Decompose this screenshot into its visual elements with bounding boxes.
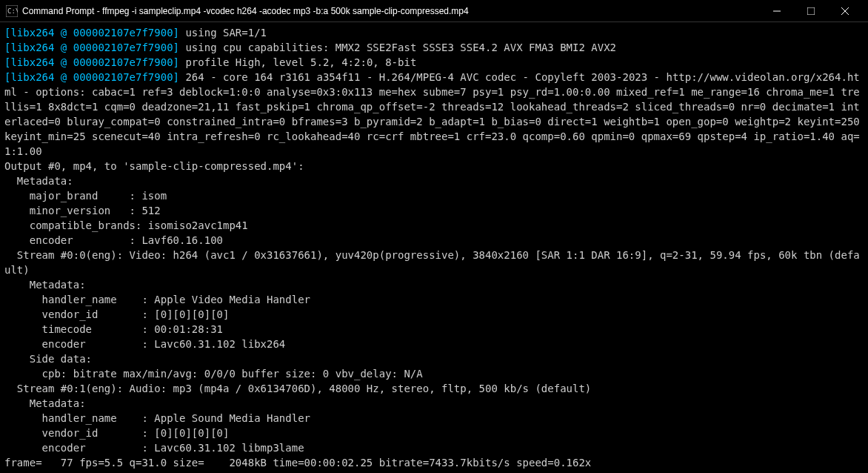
libx264-prefix: [libx264 @ 000002107e7f7900]: [4, 56, 179, 68]
svg-rect-3: [807, 7, 815, 15]
output-line: minor_version : 512: [4, 203, 864, 218]
window-controls: [760, 0, 862, 22]
output-line: encoder : Lavc60.31.102 libx264: [4, 337, 864, 351]
libx264-prefix: [libx264 @ 000002107e7f7900]: [4, 42, 179, 53]
output-line: Metadata:: [4, 173, 864, 188]
output-line: Output #0, mp4, to 'sample-clip-compress…: [4, 159, 864, 173]
output-line: [libx264 @ 000002107e7f7900] using cpu c…: [4, 40, 864, 55]
output-line: frame= 77 fps=5.5 q=31.0 size= 2048kB ti…: [4, 455, 864, 470]
output-line: cpb: bitrate max/min/avg: 0/0/0 buffer s…: [4, 366, 864, 381]
output-line: Stream #0:1(eng): Audio: mp3 (mp4a / 0x6…: [4, 381, 864, 396]
output-line: [libx264 @ 000002107e7f7900] profile Hig…: [4, 55, 864, 70]
maximize-button[interactable]: [794, 0, 828, 22]
output-line: Side data:: [4, 351, 864, 366]
output-text: 264 - core 164 r3161 a354f11 - H.264/MPE…: [4, 71, 866, 157]
output-line: handler_name : Apple Video Media Handler: [4, 292, 864, 307]
output-line: vendor_id : [0][0][0][0]: [4, 307, 864, 322]
output-line: compatible_brands: isomiso2avc1mp41: [4, 218, 864, 233]
output-line: [libx264 @ 000002107e7f7900] using SAR=1…: [4, 25, 864, 40]
libx264-prefix: [libx264 @ 000002107e7f7900]: [4, 27, 179, 39]
output-line: vendor_id : [0][0][0][0]: [4, 426, 864, 440]
minimize-button[interactable]: [760, 0, 794, 22]
output-line: [libx264 @ 000002107e7f7900] 264 - core …: [4, 70, 864, 159]
libx264-prefix: [libx264 @ 000002107e7f7900]: [4, 71, 179, 83]
output-line: encoder : Lavc60.31.102 libmp3lame: [4, 440, 864, 455]
close-button[interactable]: [828, 0, 862, 22]
output-line: Metadata:: [4, 396, 864, 411]
output-line: Metadata:: [4, 277, 864, 292]
terminal-output[interactable]: [libx264 @ 000002107e7f7900] using SAR=1…: [0, 22, 868, 473]
cmd-icon: C:\: [6, 5, 18, 17]
svg-text:C:\: C:\: [7, 7, 18, 15]
output-line: major_brand : isom: [4, 188, 864, 203]
window-title: Command Prompt - ffmpeg -i sampleclip.mp…: [22, 6, 760, 16]
output-text: profile High, level 5.2, 4:2:0, 8-bit: [179, 56, 416, 68]
output-line: timecode : 00:01:28:31: [4, 322, 864, 337]
output-line: Stream #0:0(eng): Video: h264 (avc1 / 0x…: [4, 248, 864, 277]
output-line: handler_name : Apple Sound Media Handler: [4, 411, 864, 426]
window-titlebar: C:\ Command Prompt - ffmpeg -i samplecli…: [0, 0, 868, 22]
output-text: using cpu capabilities: MMX2 SSE2Fast SS…: [179, 42, 616, 53]
output-text: using SAR=1/1: [179, 27, 267, 39]
output-line: encoder : Lavf60.16.100: [4, 233, 864, 248]
